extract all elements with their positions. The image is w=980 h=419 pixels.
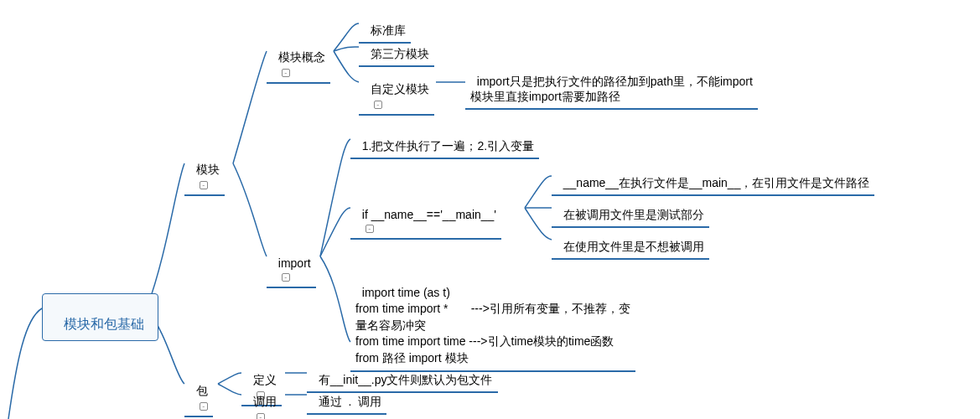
module-node[interactable]: 模块 - <box>184 147 225 196</box>
toggle-icon[interactable]: - <box>200 181 208 189</box>
custom-module-node[interactable]: 自定义模块 - <box>359 67 434 116</box>
import-syntax-node[interactable]: import time (as t) from time import * --… <box>350 266 635 372</box>
nametest-node[interactable]: if __name__=='__main__' - <box>350 193 501 240</box>
package-call-text: 通过 . 调用 <box>319 395 381 408</box>
nametest-b-node[interactable]: 在被调用文件里是测试部分 <box>552 193 709 228</box>
nametest-c-node[interactable]: 在使用文件里是不想被调用 <box>552 225 709 260</box>
nametest-a-text: __name__在执行文件是__main__，在引用文件是文件路径 <box>563 176 870 189</box>
import-syntax-text: import time (as t) from time import * --… <box>355 286 630 365</box>
package-call-text-node[interactable]: 通过 . 调用 <box>307 380 386 415</box>
toggle-icon[interactable]: - <box>366 225 374 233</box>
import-effect-node[interactable]: 1.把文件执行了一遍；2.引入变量 <box>350 124 539 159</box>
nametest-cond: if __name__=='__main__' <box>362 208 496 221</box>
module-concept-node[interactable]: 模块概念 - <box>267 35 330 84</box>
import-node[interactable]: import - <box>267 241 316 288</box>
toggle-icon[interactable]: - <box>257 413 265 419</box>
module-label: 模块 <box>196 163 220 176</box>
toggle-icon[interactable]: - <box>282 69 290 77</box>
root-label: 模块和包基础 <box>64 317 144 331</box>
root-node[interactable]: 模块和包基础 <box>42 293 158 341</box>
thirdparty-label: 第三方模块 <box>371 47 429 60</box>
nametest-a-node[interactable]: __name__在执行文件是__main__，在引用文件是文件路径 <box>552 161 874 196</box>
module-concept-label: 模块概念 <box>278 50 325 64</box>
import-label: import <box>278 256 311 270</box>
thirdparty-node[interactable]: 第三方模块 <box>359 32 434 67</box>
nametest-b-text: 在被调用文件里是测试部分 <box>563 208 704 221</box>
package-call-node[interactable]: 调用 - <box>241 380 282 419</box>
package-node[interactable]: 包 - <box>184 369 213 417</box>
toggle-icon[interactable]: - <box>374 101 382 109</box>
package-label: 包 <box>196 384 208 397</box>
toggle-icon[interactable]: - <box>282 273 290 282</box>
package-call-label: 调用 <box>253 395 277 408</box>
toggle-icon[interactable]: - <box>200 402 208 411</box>
custom-label: 自定义模块 <box>371 82 429 96</box>
nametest-c-text: 在使用文件里是不想被调用 <box>563 240 704 253</box>
custom-note-text: import只是把执行文件的路径加到path里，不能import 模块里直接im… <box>470 75 753 103</box>
custom-note-node[interactable]: import只是把执行文件的路径加到path里，不能import 模块里直接im… <box>465 57 758 110</box>
import-effect-text: 1.把文件执行了一遍；2.引入变量 <box>362 139 534 153</box>
